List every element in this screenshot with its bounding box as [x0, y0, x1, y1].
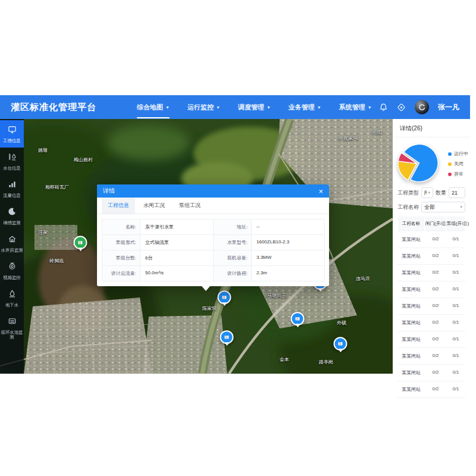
map-station-marker[interactable] — [220, 330, 234, 344]
table-row[interactable]: 某某闸站 0/2 0/1 — [397, 248, 465, 265]
table-row[interactable]: 某某闸站 0/2 0/1 — [397, 265, 465, 281]
top-navigation-bar: 灌区标准化管理平台 综合地图▼运行监控▼调度管理▼业务管理▼系统管理▼ 张一凡 — [0, 95, 470, 119]
sidebar-item-icon — [8, 125, 17, 136]
type-select-value: 闸站 — [424, 189, 427, 197]
field-label: 地址: — [214, 220, 252, 235]
table-row[interactable]: 某某闸站 0/2 0/1 — [397, 315, 465, 331]
map-place-label: 姚墩 — [38, 147, 48, 154]
pie-legend: 运行中关闭异常 — [448, 151, 468, 177]
table-row[interactable]: 某某闸站 0/2 0/1 — [397, 231, 465, 248]
close-icon[interactable]: × — [318, 187, 323, 195]
popup-header: 详情 × — [97, 184, 329, 198]
cell-pump-count: 0/1 — [446, 381, 465, 398]
map-place-label: 梅山殿村 — [74, 156, 93, 163]
nav-menu-item[interactable]: 业务管理▼ — [287, 101, 322, 114]
map-place-label: 路亭岗 — [319, 359, 333, 365]
sidebar-item-icon — [8, 317, 17, 328]
sidebar-item[interactable]: 工情信息 — [0, 120, 24, 148]
sidebar-item[interactable]: 地下水 — [0, 284, 24, 312]
nav-menu-item[interactable]: 综合地图▼ — [136, 101, 171, 114]
cell-pump-count: 0/1 — [446, 265, 465, 281]
gate-icon — [222, 295, 227, 300]
filter-row-name: 工程名称 全部 ▾ — [397, 202, 465, 212]
popup-tab[interactable]: 泵组工况 — [173, 198, 206, 214]
field-label: 名称: — [102, 220, 140, 235]
nav-menu-item[interactable]: 系统管理▼ — [338, 101, 373, 114]
cell-station-name: 某某闸站 — [397, 281, 425, 298]
gate-icon — [295, 316, 300, 321]
cell-gate-count: 0/2 — [425, 348, 446, 365]
detail-popup: 详情 × 工程信息水闸工况泵组工况 名称: 东干渠引水泵 地址: -- — [97, 184, 329, 286]
map-place-label: 外祝家坞 — [339, 135, 358, 142]
popup-tabs: 工程信息水闸工况泵组工况 — [97, 198, 329, 214]
col-gate: 闸门(开/总) — [425, 217, 446, 231]
legend-item: 关闭 — [448, 161, 468, 167]
map-station-marker[interactable] — [334, 337, 347, 350]
map-place-label: 马塘街王 — [267, 292, 286, 299]
cell-gate-count: 0/2 — [425, 248, 446, 265]
map-station-marker[interactable] — [74, 236, 87, 249]
popup-tab[interactable]: 工程信息 — [102, 198, 135, 214]
cell-pump-count: 0/1 — [446, 315, 465, 331]
legend-label: 异常 — [454, 171, 464, 177]
table-row[interactable]: 某某闸站 0/2 0/1 — [397, 298, 465, 315]
field-value: 50.0m³/s — [140, 266, 214, 281]
user-name[interactable]: 张一凡 — [438, 102, 459, 112]
map-container[interactable]: 双坑坞姚墩梅山殿村相框砖瓦厂汪家岭脚底上坟弄外祝家坞向阳陈家坝马塘街王连马庄外砚… — [0, 119, 393, 374]
sidebar-item[interactable]: 流量信息 — [0, 175, 24, 202]
cell-gate-count: 0/2 — [425, 365, 446, 381]
nav-menu-item[interactable]: 运行监控▼ — [186, 101, 221, 114]
count-label: 数量 — [436, 189, 446, 197]
settings-icon[interactable] — [397, 103, 406, 112]
type-select[interactable]: 闸站 ▾ — [421, 187, 433, 198]
field-value: 东干渠引水泵 — [140, 220, 214, 235]
table-row[interactable]: 某某闸站 0/2 0/1 — [397, 348, 465, 365]
detail-panel: 详情(26) 运行中关闭异常 工程类型 闸站 ▾ 数量 — [393, 119, 470, 381]
table-row[interactable]: 某某闸站 0/2 0/1 — [397, 365, 465, 381]
sidebar-item[interactable]: 水位信息 — [0, 148, 24, 175]
map-place-label: 外砚 — [337, 320, 346, 326]
sidebar-item[interactable]: 墒情监测 — [0, 202, 24, 230]
cell-pump-count: 0/1 — [446, 365, 465, 381]
field-value: 2.3m — [252, 266, 325, 281]
count-input[interactable] — [449, 187, 465, 198]
map-station-marker[interactable] — [291, 312, 305, 325]
sidebar-item-label: 循环水池监测 — [1, 330, 23, 340]
col-name: 工程名称 — [398, 217, 424, 231]
cell-station-name: 某某闸站 — [397, 231, 425, 248]
sidebar-item[interactable]: 水井房监测 — [0, 230, 24, 257]
sidebar-item-label: 水井房监测 — [1, 248, 23, 252]
map-station-marker[interactable] — [218, 290, 231, 304]
sidebar-item[interactable]: 视频监控 — [0, 257, 24, 284]
main-area: 双坑坞姚墩梅山殿村相框砖瓦厂汪家岭脚底上坟弄外祝家坞向阳陈家坝马塘街王连马庄外砚… — [0, 119, 470, 374]
map-place-label: 金本 — [280, 356, 289, 363]
cell-gate-count: 0/2 — [425, 265, 446, 281]
cell-pump-count: 0/1 — [446, 331, 465, 348]
cell-gate-count: 0/2 — [425, 298, 446, 315]
sidebar-item-label: 水位信息 — [1, 165, 23, 170]
field-value: 立式轴流泵 — [140, 235, 214, 250]
cell-gate-count: 0/2 — [425, 381, 446, 398]
cell-gate-count: 0/2 — [425, 331, 446, 348]
sidebar-item[interactable]: 循环水池监测 — [0, 312, 24, 345]
cell-pump-count: 0/1 — [446, 281, 465, 298]
left-sidebar: 工情信息 水位信息 流量信息 墒情监测 水井房监测 — [0, 119, 24, 374]
panel-title: 详情(26) — [393, 119, 470, 137]
cell-station-name: 某某闸站 — [397, 381, 425, 398]
legend-dot — [448, 162, 452, 166]
table-row[interactable]: 某某闸站 0/2 0/1 — [397, 331, 465, 348]
avatar[interactable] — [415, 100, 429, 114]
table-row[interactable]: 某某闸站 0/2 0/1 — [397, 381, 465, 398]
pie-chart — [394, 137, 451, 187]
nav-menu-item[interactable]: 调度管理▼ — [237, 101, 272, 114]
chevron-down-icon: ▾ — [428, 190, 430, 195]
field-value: 6台 — [140, 250, 214, 266]
cell-station-name: 某某闸站 — [397, 315, 425, 331]
bell-icon[interactable] — [379, 103, 388, 112]
popup-tab[interactable]: 水闸工况 — [137, 198, 171, 214]
cell-station-name: 某某闸站 — [397, 331, 425, 348]
name-select[interactable]: 全部 ▾ — [421, 202, 465, 212]
main-nav: 综合地图▼运行监控▼调度管理▼业务管理▼系统管理▼ — [136, 101, 373, 114]
table-row[interactable]: 某某闸站 0/2 0/1 — [397, 281, 465, 298]
gate-icon — [224, 334, 230, 340]
